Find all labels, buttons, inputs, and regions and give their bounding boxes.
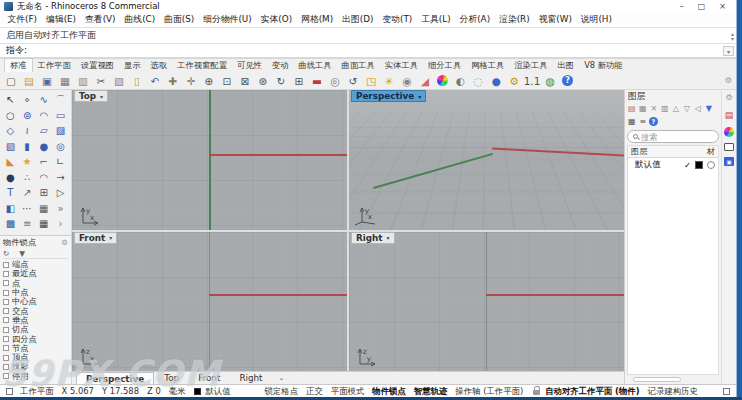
osnap-checkbox[interactable]: [3, 299, 9, 305]
osnap-gear-icon[interactable]: ⚙: [61, 238, 68, 247]
layer-wedge-icon[interactable]: ◢: [417, 73, 433, 89]
toolbar-tab[interactable]: 出图: [553, 59, 580, 72]
osnap-checkbox[interactable]: [3, 308, 9, 314]
orient-tool-icon[interactable]: ▷: [52, 185, 69, 201]
toolbar-tab[interactable]: 标准: [4, 58, 33, 72]
toolbar-tab[interactable]: 细分工具: [423, 59, 466, 72]
viewport-perspective[interactable]: Perspective ▾ y x: [349, 90, 624, 230]
layer-color-swatch[interactable]: [695, 161, 703, 169]
duplicate-layer-icon[interactable]: ▥: [660, 103, 670, 114]
move-icon[interactable]: ✛: [183, 73, 199, 89]
osnap-checkbox[interactable]: [3, 271, 9, 277]
osnap-checkbox[interactable]: [3, 327, 9, 333]
current-layer-swatch[interactable]: [194, 388, 201, 395]
toolbar-tab[interactable]: 设置视图: [76, 59, 119, 72]
viewport-tab[interactable]: Perspective: [76, 372, 154, 384]
text-tool-icon[interactable]: T: [2, 185, 19, 201]
osnap-checkbox[interactable]: [3, 345, 9, 351]
shaded-sphere-icon[interactable]: ◐: [452, 73, 468, 89]
undo-icon[interactable]: ↶: [147, 73, 163, 89]
osnap-checkbox[interactable]: [3, 290, 9, 296]
color-wheel-icon[interactable]: [437, 75, 448, 86]
menu-item[interactable]: 实体(O): [256, 14, 296, 26]
cplane-button[interactable]: 工作平面: [16, 386, 58, 397]
control-curve-tool-icon[interactable]: ⌒: [52, 92, 69, 108]
filter-funnel-icon[interactable]: ▼: [704, 103, 714, 114]
status-toggle[interactable]: 自动对齐工作平面 (物件): [541, 386, 643, 397]
rectangle-tool-icon[interactable]: ▭: [52, 108, 69, 124]
viewport-right-title[interactable]: Right ▾: [351, 232, 395, 244]
toolbar-tab[interactable]: 可见性: [232, 59, 267, 72]
solid-box-tool-icon[interactable]: ▩: [2, 216, 19, 232]
status-toggle[interactable]: 正交: [302, 386, 327, 397]
blend-tool-icon[interactable]: ◠: [35, 170, 52, 186]
block-tool-icon[interactable]: ◧: [2, 201, 19, 217]
new-layer-icon[interactable]: ▤: [627, 103, 637, 114]
viewport-front[interactable]: Front ▾ z x: [72, 232, 347, 372]
circle-tool-icon[interactable]: ○: [2, 108, 19, 124]
viewport-menu-caret-icon[interactable]: ▾: [387, 234, 390, 241]
layer-row[interactable]: 默认值 ✓: [628, 158, 718, 171]
toolbar-tab[interactable]: 工作平面: [33, 59, 76, 72]
viewport-tab-menu-icon[interactable]: ⌄: [279, 374, 285, 382]
explode-tool-icon[interactable]: ★: [19, 154, 36, 170]
layer-name[interactable]: 默认值: [631, 159, 680, 171]
osnap-checkbox[interactable]: [3, 336, 9, 342]
dimension-icon[interactable]: 1.1: [524, 73, 540, 89]
array-dots-tool-icon[interactable]: ∴: [19, 170, 36, 186]
osnap-refresh-icon[interactable]: ↻: [3, 249, 9, 258]
delete-layer-icon[interactable]: ×: [649, 103, 659, 114]
chamfer-tool-icon[interactable]: ∟: [52, 154, 69, 170]
move-down-icon[interactable]: ▽: [682, 103, 692, 114]
lock-objects-icon[interactable]: ◉: [399, 73, 415, 89]
ellipse-tool-icon[interactable]: ⊜: [19, 108, 36, 124]
toolbar-tab[interactable]: 渲染工具: [509, 59, 552, 72]
menu-item[interactable]: 文件(F): [3, 14, 42, 26]
menu-item[interactable]: 查看(V): [81, 14, 120, 26]
search-input[interactable]: [641, 132, 713, 142]
gumball-icon[interactable]: ◳: [363, 73, 379, 89]
command-prompt[interactable]: 指令: ▾: [0, 44, 736, 59]
cut-icon[interactable]: ✂: [93, 73, 109, 89]
menu-item[interactable]: 工具(L): [417, 14, 455, 26]
orbit-icon[interactable]: ↺: [345, 73, 361, 89]
list-view-icon[interactable]: ≡: [638, 116, 648, 127]
toolbar-tab[interactable]: 曲面工具: [337, 59, 380, 72]
viewport-top-title[interactable]: Top ▾: [74, 90, 108, 102]
torus-tool-icon[interactable]: ◎: [52, 139, 69, 155]
toolbar-tab[interactable]: 选取: [146, 59, 173, 72]
osnap-checkbox[interactable]: [3, 355, 9, 361]
menu-item[interactable]: 出图(D): [338, 14, 378, 26]
osnap-filter-icon[interactable]: ▼: [19, 249, 25, 258]
toolbar-tab[interactable]: 显示: [119, 59, 146, 72]
ghosted-sphere-icon[interactable]: ◌: [470, 73, 486, 89]
title-bar[interactable]: 无命名 - Rhinoceros 8 Commercial – □ ×: [0, 0, 736, 13]
toolbar-tab[interactable]: 工作视窗配置: [172, 59, 232, 72]
current-layer-check-icon[interactable]: ✓: [684, 160, 691, 170]
mesh-tool-icon[interactable]: ▦: [35, 201, 52, 217]
viewport-menu-caret-icon[interactable]: ▾: [109, 234, 112, 241]
menu-item[interactable]: 网格(M): [297, 14, 338, 26]
status-toggle[interactable]: 锁定格点: [261, 386, 303, 397]
cylinder-tool-icon[interactable]: ▮: [19, 139, 36, 155]
move-points-tool-icon[interactable]: ↗: [19, 185, 36, 201]
osnap-item[interactable]: 停用: [3, 372, 68, 381]
viewport-menu-caret-icon[interactable]: ▾: [100, 93, 103, 100]
light-bulb-icon[interactable]: ☀: [381, 73, 397, 89]
patch-tool-icon[interactable]: ▨: [52, 123, 69, 139]
menu-item[interactable]: 渲染(R): [495, 14, 535, 26]
minimize-button[interactable]: –: [680, 0, 684, 13]
rotate-view-icon[interactable]: ↻: [273, 73, 289, 89]
copy-page-icon[interactable]: ▥: [75, 73, 91, 89]
zoom-window-icon[interactable]: ⊡: [219, 73, 235, 89]
menu-item[interactable]: 分析(A): [455, 14, 494, 26]
panel-hscrollbar[interactable]: [627, 377, 719, 383]
more-tools-icon[interactable]: »: [52, 201, 69, 217]
scroll-down-icon[interactable]: ▾: [731, 36, 734, 41]
select-tool-icon[interactable]: ↖: [2, 92, 19, 108]
save-file-icon[interactable]: ▣: [39, 73, 55, 89]
extend-tool-icon[interactable]: →: [52, 170, 69, 186]
menu-item[interactable]: 曲面(S): [160, 14, 199, 26]
copy-icon[interactable]: ▧: [111, 73, 127, 89]
toolbar-tab[interactable]: 曲线工具: [293, 59, 336, 72]
